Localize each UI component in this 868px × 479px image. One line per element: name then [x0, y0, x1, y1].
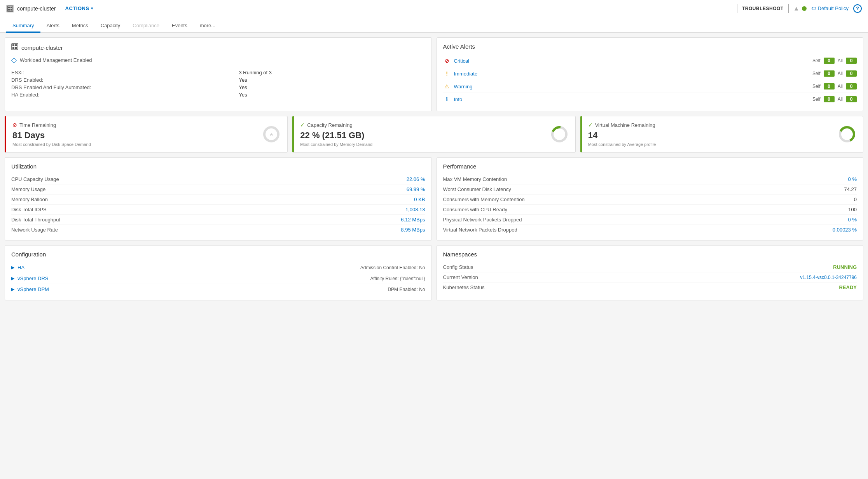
- perf-value-cpu-ready: 100: [848, 207, 857, 212]
- perf-value-phys-net[interactable]: 0 %: [848, 217, 857, 223]
- info-counts: Self 0 All 0: [812, 96, 857, 102]
- dpm-expand-icon[interactable]: ▶: [11, 287, 14, 292]
- tab-bar: Summary Alerts Metrics Capacity Complian…: [0, 17, 868, 33]
- ns-row-k8s: Kubernetes Status READY: [443, 282, 857, 292]
- top-bar-right: TROUBLESHOOT ▲ 🏷 Default Policy ?: [737, 4, 862, 13]
- alert-row-warning: ⚠ Warning Self 0 All 0: [443, 80, 857, 93]
- drs-name[interactable]: vSphere DRS: [17, 275, 370, 281]
- capacity-status-icon: ✓: [300, 122, 305, 128]
- warning-all-badge: 0: [846, 83, 857, 89]
- perf-row-mem-contention: Consumers with Memory Contention 0: [443, 195, 857, 205]
- top-bar-left: compute-cluster ACTIONS ▾: [6, 5, 93, 12]
- util-value-network[interactable]: 8.95 MBps: [401, 227, 425, 233]
- critical-label[interactable]: Critical: [454, 58, 812, 64]
- ns-value-version[interactable]: v1.15.4-vsc0.0.1-34247796: [800, 275, 857, 280]
- critical-counts: Self 0 All 0: [812, 58, 857, 64]
- tab-metrics[interactable]: Metrics: [66, 19, 94, 33]
- util-row-iops: Disk Total IOPS 1,008.13: [11, 205, 425, 215]
- troubleshoot-button[interactable]: TROUBLESHOOT: [737, 4, 789, 13]
- svg-rect-8: [12, 47, 14, 49]
- perf-value-max-vm-mem[interactable]: 0 %: [848, 176, 857, 182]
- immediate-self-badge: 0: [824, 70, 835, 77]
- info-label[interactable]: Info: [454, 97, 812, 102]
- policy-icon: 🏷: [811, 5, 816, 11]
- dpm-name[interactable]: vSphere DPM: [17, 286, 388, 292]
- utilization-card: Utilization CPU Capacity Usage 22.06 % M…: [5, 157, 432, 240]
- critical-all-label: All: [838, 58, 843, 63]
- util-label-throughput: Disk Total Throughput: [11, 217, 401, 223]
- alert-row-immediate: ! Immediate Self 0 All 0: [443, 67, 857, 80]
- tab-summary[interactable]: Summary: [6, 19, 40, 33]
- ha-detail: Admission Control Enabled: No: [360, 265, 425, 270]
- tab-alerts[interactable]: Alerts: [40, 19, 66, 33]
- info-label-drs-full: DRS Enabled And Fully Automated:: [11, 84, 239, 91]
- ns-label-version: Current Version: [443, 274, 800, 280]
- util-label-cpu: CPU Capacity Usage: [11, 176, 407, 182]
- immediate-counts: Self 0 All 0: [812, 70, 857, 77]
- info-icon: ℹ: [443, 96, 451, 102]
- warning-label[interactable]: Warning: [454, 84, 812, 89]
- alert-row-info: ℹ Info Self 0 All 0: [443, 93, 857, 105]
- svg-rect-6: [12, 44, 14, 46]
- svg-rect-1: [8, 7, 10, 8]
- namespaces-title: Namespaces: [443, 251, 857, 258]
- perf-value-virt-net[interactable]: 0.00023 %: [833, 227, 857, 233]
- perf-row-disk-latency: Worst Consumer Disk Latency 74.27: [443, 184, 857, 195]
- metric-vm-remaining: ✓ Virtual Machine Remaining 14 Most cons…: [580, 116, 863, 153]
- util-value-cpu[interactable]: 22.06 %: [407, 176, 425, 182]
- util-value-throughput[interactable]: 6.12 MBps: [401, 217, 425, 223]
- util-label-mem: Memory Usage: [11, 186, 407, 192]
- util-row-mem: Memory Usage 69.99 %: [11, 184, 425, 195]
- util-value-iops[interactable]: 1,008.13: [405, 207, 425, 212]
- drs-expand-icon[interactable]: ▶: [11, 276, 14, 281]
- cluster-info-card: compute-cluster ◇ Workload Management En…: [5, 37, 432, 111]
- immediate-all-badge: 0: [846, 70, 857, 77]
- help-button[interactable]: ?: [853, 4, 862, 13]
- util-row-cpu: CPU Capacity Usage 22.06 %: [11, 174, 425, 184]
- info-row-ha: HA Enabled: Yes: [11, 91, 425, 98]
- util-label-balloon: Memory Balloon: [11, 197, 414, 202]
- metric-time-remaining: ⊘ Time Remaining 81 Days Most constraine…: [5, 116, 288, 153]
- info-label-ha: HA Enabled:: [11, 91, 239, 98]
- ns-row-config: Config Status RUNNING: [443, 262, 857, 272]
- perf-label-max-vm-mem: Max VM Memory Contention: [443, 176, 848, 182]
- tab-more[interactable]: more...: [194, 19, 222, 33]
- immediate-label[interactable]: Immediate: [454, 71, 812, 77]
- perf-row-virt-net: Virtual Network Packets Dropped 0.00023 …: [443, 225, 857, 235]
- tab-compliance: Compliance: [126, 19, 166, 33]
- tab-events[interactable]: Events: [166, 19, 194, 33]
- info-value-drs-full: Yes: [239, 84, 425, 91]
- warning-icon: ⚠: [443, 83, 451, 89]
- info-label-drs: DRS Enabled:: [11, 76, 239, 84]
- info-value-esxi: 3 Running of 3: [239, 69, 425, 76]
- info-label-esxi: ESXi:: [11, 69, 239, 76]
- ha-expand-icon[interactable]: ▶: [11, 265, 14, 270]
- cluster-info-title: compute-cluster: [21, 44, 63, 51]
- tab-capacity[interactable]: Capacity: [94, 19, 127, 33]
- active-alerts-card: Active Alerts ⊘ Critical Self 0 All 0 ! …: [437, 37, 864, 111]
- workload-label: Workload Management Enabled: [20, 57, 92, 63]
- util-value-mem[interactable]: 69.99 %: [407, 186, 425, 192]
- ns-label-k8s: Kubernetes Status: [443, 284, 839, 290]
- perf-label-cpu-ready: Consumers with CPU Ready: [443, 207, 849, 212]
- metric-time-title: Time Remaining: [19, 122, 56, 128]
- ha-name[interactable]: HA: [17, 265, 360, 270]
- actions-button[interactable]: ACTIONS ▾: [65, 5, 93, 11]
- perf-row-max-vm-mem: Max VM Memory Contention 0 %: [443, 174, 857, 184]
- performance-card: Performance Max VM Memory Contention 0 %…: [437, 157, 864, 240]
- config-ns-row: Configuration ▶ HA Admission Control Ena…: [5, 245, 863, 300]
- configuration-card: Configuration ▶ HA Admission Control Ena…: [5, 245, 432, 300]
- policy-button[interactable]: 🏷 Default Policy: [811, 5, 849, 11]
- time-status-icon: ⊘: [12, 122, 17, 128]
- immediate-self-label: Self: [812, 71, 821, 76]
- metric-vm-title: Virtual Machine Remaining: [595, 122, 655, 128]
- immediate-all-label: All: [838, 71, 843, 76]
- util-label-iops: Disk Total IOPS: [11, 207, 405, 212]
- alerts-title: Active Alerts: [443, 43, 857, 50]
- top-bar: compute-cluster ACTIONS ▾ TROUBLESHOOT ▲…: [0, 0, 868, 17]
- perf-row-cpu-ready: Consumers with CPU Ready 100: [443, 205, 857, 215]
- util-value-balloon[interactable]: 0 KB: [414, 197, 425, 202]
- info-all-badge: 0: [846, 96, 857, 102]
- dpm-detail: DPM Enabled: No: [388, 287, 425, 292]
- metric-time-chart: ⏱: [262, 125, 281, 144]
